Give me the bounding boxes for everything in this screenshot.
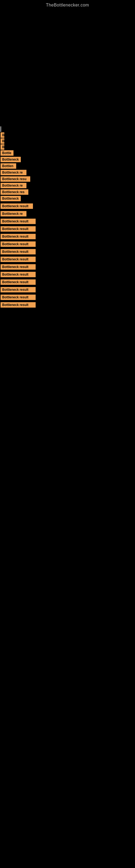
list-item: Bottlen <box>1 163 135 169</box>
list-item: Bottleneck re <box>1 211 135 216</box>
bottleneck-result-label: B <box>1 138 4 144</box>
list-item: Bottleneck result <box>1 226 135 231</box>
list-item: Bottleneck result <box>1 287 135 292</box>
bottleneck-result-label: Bottleneck result <box>1 249 36 254</box>
list-item: Bottleneck re <box>1 170 135 175</box>
site-title: TheBottlenecker.com <box>0 0 135 10</box>
bottleneck-result-label: Bottleneck result <box>1 234 36 239</box>
list-item: Bottleneck result <box>1 294 135 300</box>
list-item: B <box>1 132 135 138</box>
list-item: Bottleneck result <box>1 272 135 277</box>
bottleneck-result-label: Bottlen <box>1 163 16 169</box>
bottleneck-result-label: Bottleneck result <box>1 241 36 247</box>
list-item: Bottleneck result <box>1 264 135 270</box>
list-item: Bottleneck res <box>1 189 135 195</box>
list-item: Bottleneck result <box>1 219 135 224</box>
bottleneck-result-label: Bottleneck re <box>1 183 27 188</box>
bottleneck-result-label: Bottleneck result <box>1 257 36 262</box>
list-item: Bottleneck re <box>1 183 135 188</box>
bottleneck-result-label: Bottle <box>1 150 13 156</box>
bottleneck-result-label: Bottleneck result <box>1 204 33 209</box>
bottleneck-result-label: Bottleneck result <box>1 226 36 231</box>
list-item: Bottleneck result <box>1 249 135 254</box>
bottleneck-result-label: Bottleneck result <box>1 287 36 292</box>
bottleneck-result-label: Bottleneck result <box>1 264 36 270</box>
bottleneck-result-label: Bottleneck resu <box>1 176 30 182</box>
list-item: Bottleneck resu <box>1 176 135 182</box>
bottleneck-result-label: Bottleneck result <box>1 279 36 285</box>
cursor-line <box>1 126 1 132</box>
bottleneck-result-label: Bottleneck result <box>1 272 36 277</box>
bottleneck-result-label: Bottleneck result <box>1 219 36 224</box>
bottleneck-result-label: Bottleneck re <box>1 170 27 175</box>
list-item: Bottleneck <box>1 157 135 162</box>
list-item: Bottleneck result <box>1 257 135 262</box>
bottleneck-result-label: Bottleneck re <box>1 211 27 216</box>
list-item: B <box>1 144 135 150</box>
items-container: BBBBottleBottleneckBottlenBottleneck reB… <box>0 132 135 308</box>
bottleneck-result-label: B <box>1 132 4 138</box>
bottleneck-result-label: B <box>1 144 4 150</box>
list-item: Bottle <box>1 150 135 156</box>
list-item: Bottleneck result <box>1 204 135 209</box>
list-item: Bottleneck result <box>1 302 135 308</box>
list-item: Bottleneck result <box>1 234 135 239</box>
list-item: Bottleneck result <box>1 241 135 247</box>
bottleneck-result-label: Bottleneck res <box>1 189 28 195</box>
list-item: Bottleneck result <box>1 279 135 285</box>
bottleneck-result-label: Bottleneck result <box>1 294 36 300</box>
list-item: Bottleneck <box>1 196 135 201</box>
bottleneck-result-label: Bottleneck <box>1 157 21 162</box>
bottleneck-result-label: Bottleneck <box>1 196 21 201</box>
bottleneck-result-label: Bottleneck result <box>1 302 36 308</box>
list-item: B <box>1 138 135 144</box>
